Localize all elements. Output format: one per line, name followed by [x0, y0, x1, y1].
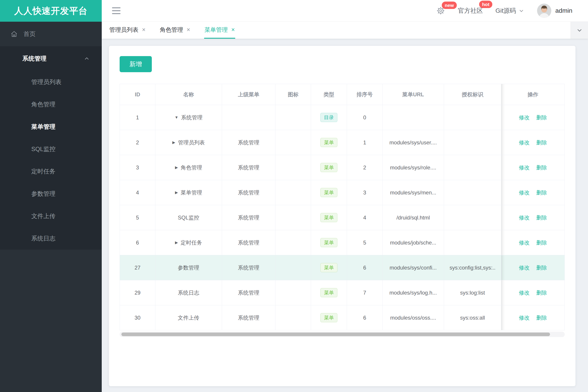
delete-link[interactable]: 删除	[536, 240, 547, 246]
tab-close-icon[interactable]: ×	[187, 27, 190, 33]
menu-name: 管理员列表	[178, 140, 205, 146]
column-header-parent: 上级菜单	[222, 84, 275, 105]
delete-link[interactable]: 删除	[536, 290, 547, 296]
type-badge: 菜单	[320, 313, 337, 322]
app-root: 人人快速开发平台 首页 系统管理 管理员列表角色管理菜单管理SQL监控定时任务参…	[0, 0, 588, 392]
cell-id: 30	[120, 305, 155, 330]
cell-actions: 修改删除	[501, 130, 565, 155]
cell-id: 2	[120, 130, 155, 155]
sidebar-item[interactable]: 角色管理	[0, 93, 102, 116]
horizontal-scrollbar-thumb[interactable]	[121, 332, 550, 336]
cell-parent: 系统管理	[222, 205, 275, 230]
edit-link[interactable]: 修改	[519, 164, 530, 170]
sidebar-group-system: 系统管理 管理员列表角色管理菜单管理SQL监控定时任务参数管理文件上传系统日志	[0, 46, 102, 250]
expand-arrow-icon[interactable]: ▶	[175, 240, 178, 245]
expand-arrow-icon[interactable]: ▶	[172, 140, 175, 145]
edit-link[interactable]: 修改	[519, 290, 530, 296]
cell-id: 4	[120, 180, 155, 205]
edit-link[interactable]: 修改	[519, 315, 530, 321]
menu-name: SQL监控	[178, 214, 199, 220]
cell-name: SQL监控	[155, 205, 222, 230]
edit-link[interactable]: 修改	[519, 214, 530, 220]
sidebar-toggle-icon[interactable]	[112, 6, 121, 16]
git-source-label: Git源码	[495, 6, 516, 15]
sidebar-submenu: 管理员列表角色管理菜单管理SQL监控定时任务参数管理文件上传系统日志	[0, 71, 102, 250]
edit-link[interactable]: 修改	[519, 240, 530, 246]
sidebar-item[interactable]: 参数管理	[0, 182, 102, 205]
sidebar-item[interactable]: 管理员列表	[0, 71, 102, 93]
delete-link[interactable]: 删除	[536, 164, 547, 170]
cell-order: 5	[347, 230, 382, 255]
column-header-type: 类型	[311, 84, 347, 105]
cell-icon	[275, 180, 311, 205]
column-header-perms: 授权标识	[444, 84, 501, 105]
delete-link[interactable]: 删除	[536, 114, 547, 120]
cell-parent: 系统管理	[222, 155, 275, 180]
tab[interactable]: 管理员列表×	[109, 22, 146, 39]
cell-url: modules/job/sche...	[382, 230, 444, 255]
cell-perms	[444, 180, 501, 205]
tab-close-icon[interactable]: ×	[231, 27, 235, 33]
table-row: 30文件上传系统管理菜单6modules/oss/oss....sys:oss:…	[120, 305, 565, 330]
delete-link[interactable]: 删除	[536, 214, 547, 220]
delete-link[interactable]: 删除	[536, 190, 547, 196]
content-area: 新增 ID 名称 上级菜单 图标 类型 排序	[102, 39, 588, 392]
cell-id: 3	[120, 155, 155, 180]
delete-link[interactable]: 删除	[536, 315, 547, 321]
cell-parent: 系统管理	[222, 130, 275, 155]
cell-actions: 修改删除	[501, 305, 565, 330]
delete-link[interactable]: 删除	[536, 264, 547, 271]
cell-name: ▶角色管理	[155, 155, 222, 180]
cell-perms	[444, 230, 501, 255]
cell-perms: sys:log:list	[444, 280, 501, 305]
column-header-icon: 图标	[275, 84, 311, 105]
edit-link[interactable]: 修改	[519, 140, 530, 146]
cell-icon	[275, 230, 311, 255]
sidebar-group-title[interactable]: 系统管理	[0, 46, 102, 71]
menu-name: 定时任务	[181, 240, 202, 246]
cell-name: 系统日志	[155, 280, 222, 305]
sidebar-item-home[interactable]: 首页	[0, 22, 102, 46]
community-link[interactable]: 官方社区 hot	[458, 6, 483, 15]
column-header-name: 名称	[155, 84, 222, 105]
tab-list: 管理员列表×角色管理×菜单管理×	[109, 22, 249, 39]
tab-overflow-button[interactable]	[570, 22, 588, 39]
cell-id: 29	[120, 280, 155, 305]
edit-link[interactable]: 修改	[519, 190, 530, 196]
chevron-down-icon	[576, 26, 583, 34]
sidebar-item[interactable]: 系统日志	[0, 227, 102, 250]
cell-url: /druid/sql.html	[382, 205, 444, 230]
sidebar-item[interactable]: 定时任务	[0, 160, 102, 182]
table-row: 27参数管理系统管理菜单6modules/sys/confi...sys:con…	[120, 255, 565, 280]
tab-close-icon[interactable]: ×	[142, 27, 146, 33]
menu-name: 参数管理	[178, 264, 199, 271]
tab[interactable]: 菜单管理×	[204, 22, 235, 39]
tab[interactable]: 角色管理×	[159, 22, 191, 39]
community-label: 官方社区	[458, 6, 483, 15]
edit-link[interactable]: 修改	[519, 264, 530, 271]
settings-button[interactable]: new	[436, 6, 445, 16]
sidebar-item[interactable]: 文件上传	[0, 205, 102, 227]
edit-link[interactable]: 修改	[519, 114, 530, 120]
expand-arrow-icon[interactable]: ▶	[175, 165, 178, 170]
sidebar-item[interactable]: SQL监控	[0, 138, 102, 160]
cell-type: 菜单	[311, 305, 347, 330]
type-badge: 菜单	[320, 163, 337, 172]
app-logo: 人人快速开发平台	[0, 0, 102, 22]
cell-name: ▶菜单管理	[155, 180, 222, 205]
cell-url: modules/oss/oss....	[382, 305, 444, 330]
cell-actions: 修改删除	[501, 205, 565, 230]
expand-arrow-icon[interactable]: ▶	[175, 190, 178, 195]
delete-link[interactable]: 删除	[536, 140, 547, 146]
collapse-arrow-icon[interactable]: ▼	[175, 115, 178, 120]
cell-order: 4	[347, 205, 382, 230]
chevron-down-icon	[518, 8, 524, 14]
user-menu[interactable]: admin	[537, 4, 572, 18]
sidebar-item[interactable]: 菜单管理	[0, 116, 102, 138]
cell-name: ▶管理员列表	[155, 130, 222, 155]
table-row: 2▶管理员列表系统管理菜单1modules/sys/user....修改删除	[120, 130, 565, 155]
sidebar-home-label: 首页	[24, 30, 36, 38]
add-button[interactable]: 新增	[120, 56, 152, 72]
cell-actions: 修改删除	[501, 155, 565, 180]
git-source-dropdown[interactable]: Git源码	[495, 6, 524, 15]
